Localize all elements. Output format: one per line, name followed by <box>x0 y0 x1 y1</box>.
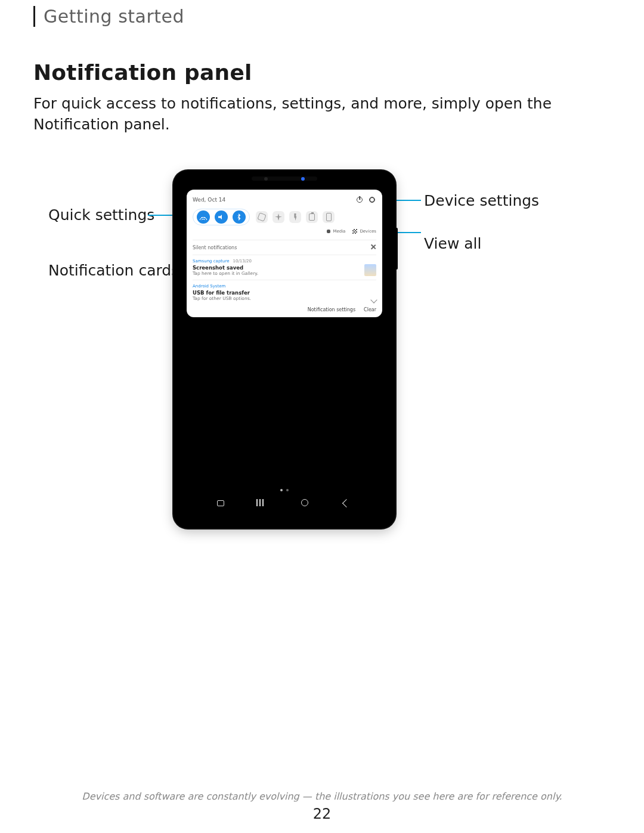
quick-settings-row <box>193 209 376 225</box>
tablet-screen: Wed, Oct 14 <box>183 186 386 513</box>
card-title: USB for file transfer <box>193 290 376 296</box>
notification-shade: Wed, Oct 14 <box>187 190 382 317</box>
clear-button[interactable]: Clear <box>364 307 376 312</box>
timestamp: 10/13/20 <box>233 259 252 264</box>
notification-card[interactable]: Samsung capture 10/13/20 Screenshot save… <box>193 255 376 276</box>
recents-nav-icon[interactable] <box>259 497 268 506</box>
portrait-icon[interactable] <box>323 211 335 223</box>
wifi-icon[interactable] <box>197 210 210 224</box>
power-button-edge <box>395 228 398 270</box>
app-name: Android System <box>193 284 225 289</box>
silent-heading: Silent notifications <box>193 245 237 250</box>
status-date: Wed, Oct 14 <box>193 197 225 203</box>
media-button[interactable]: Media <box>327 229 345 234</box>
page-number: 22 <box>0 806 644 822</box>
callout-device-settings: Device settings <box>424 192 539 209</box>
disclaimer: Devices and software are constantly evol… <box>0 791 644 802</box>
callout-quick-settings: Quick settings <box>48 206 154 224</box>
volume-icon[interactable] <box>215 210 228 224</box>
devices-button[interactable]: Devices <box>352 229 376 234</box>
breadcrumb: Getting started <box>33 6 611 27</box>
airplane-icon[interactable] <box>273 211 284 223</box>
flashlight-icon[interactable] <box>289 211 301 223</box>
gallery-nav-icon[interactable] <box>217 497 225 506</box>
rotate-icon[interactable] <box>256 211 268 223</box>
home-nav-icon[interactable] <box>301 497 309 506</box>
chevron-down-icon[interactable] <box>371 298 376 304</box>
notification-card[interactable]: Android System USB for file transfer Tap… <box>193 280 376 301</box>
callout-notification-cards: Notification cards <box>48 262 179 279</box>
callout-view-all: View all <box>424 235 481 252</box>
close-icon[interactable] <box>370 244 376 251</box>
navigation-bar <box>183 495 386 508</box>
section-lead: For quick access to notifications, setti… <box>33 93 611 135</box>
section-title: Notification panel <box>33 60 611 85</box>
notification-settings-link[interactable]: Notification settings <box>308 307 355 312</box>
thumbnail-icon <box>364 264 376 276</box>
bezel-icon <box>252 176 317 181</box>
back-nav-icon[interactable] <box>343 497 352 506</box>
card-subtitle: Tap here to open it in Gallery. <box>193 271 376 276</box>
battery-icon[interactable] <box>306 211 318 223</box>
pager-dots <box>183 489 386 491</box>
card-title: Screenshot saved <box>193 265 376 271</box>
card-subtitle: Tap for other USB options. <box>193 296 376 301</box>
bluetooth-icon[interactable] <box>233 210 246 224</box>
power-icon[interactable] <box>355 196 364 204</box>
gear-icon[interactable] <box>368 196 376 204</box>
app-name: Samsung capture <box>193 259 230 264</box>
diagram: Quick settings Notification cards Device… <box>33 171 611 540</box>
tablet-device: Wed, Oct 14 <box>174 171 395 528</box>
